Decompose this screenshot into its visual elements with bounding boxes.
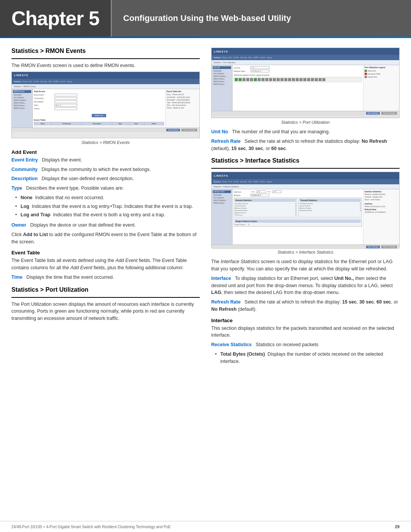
section3-heading: Statistics > Interface Statistics bbox=[211, 157, 400, 164]
type-field: Type Describes the event type. Possible … bbox=[11, 185, 200, 192]
chapter-label: Chapter 5 bbox=[11, 7, 99, 30]
section2-title-bar: Statistics > Port Utilization bbox=[11, 286, 200, 298]
description-term: Description bbox=[11, 176, 38, 181]
type-bullet-none: None Indicates that no event occurred. bbox=[15, 194, 200, 201]
time-term: Time bbox=[11, 275, 22, 280]
refresh-rate-field2: Refresh Rate Select the rate at which to… bbox=[211, 299, 400, 313]
interface-term: Interface bbox=[211, 276, 231, 281]
owner-field: Owner Displays the device or user that d… bbox=[11, 222, 200, 229]
section1-title-bar: Statistics > RMON Events bbox=[11, 48, 200, 59]
type-bullet-log-and-trap: Log and Trap Indicates that the event is… bbox=[15, 211, 200, 219]
port-util-caption: Statistics > Port Utilization bbox=[211, 120, 400, 125]
chapter-label-area: Chapter 5 bbox=[0, 0, 111, 37]
receive-bullets: Total Bytes (Octets) Displays the number… bbox=[211, 351, 400, 365]
header-title-area: Configuration Using the Web-based Utilit… bbox=[111, 0, 411, 37]
total-bytes-bullet: Total Bytes (Octets) Displays the number… bbox=[215, 351, 400, 365]
interface-field: Interface To display statistics for an E… bbox=[211, 275, 400, 296]
main-content: Statistics > RMON Events The RMON Events… bbox=[0, 38, 411, 379]
event-table-heading: Event Table bbox=[11, 250, 200, 256]
community-field: Community Displays the community to whic… bbox=[11, 166, 200, 173]
add-to-list-text: Click Add to List to add the configured … bbox=[11, 231, 200, 246]
section2-intro: The Port Utilization screen displays the… bbox=[11, 301, 200, 322]
receive-stats-term: Receive Statistics bbox=[211, 342, 252, 347]
section3-title-bar: Statistics > Interface Statistics bbox=[211, 157, 400, 169]
port-util-screenshot: LINKSYS Statistics Setup Port VLANs Secu… bbox=[211, 48, 400, 118]
interface-stats-screenshot: LINKSYS Statistics Setup Port VLANs Secu… bbox=[211, 172, 400, 248]
owner-term: Owner bbox=[11, 222, 26, 228]
refresh-rate-term2: Refresh Rate bbox=[211, 299, 241, 305]
unit-no-field: Unit No The number of the unit that you … bbox=[211, 128, 400, 136]
interface-subsection-heading: Interface bbox=[211, 318, 400, 323]
type-bullet-log: Log Indicates that the event is a log en… bbox=[15, 203, 200, 210]
right-column: LINKSYS Statistics Setup Port VLANs Secu… bbox=[211, 48, 400, 368]
receive-stats-field: Receive Statistics Statistics on receive… bbox=[211, 341, 400, 348]
add-event-heading: Add Event bbox=[11, 149, 200, 155]
unit-no-term: Unit No bbox=[211, 129, 228, 134]
footer-product-text: 24/48-Port 10/100 + 4-Port Gigabit Smart… bbox=[11, 525, 395, 529]
description-field: Description Displays the user-defined ev… bbox=[11, 175, 200, 182]
event-entry-field: Event Entry Displays the event. bbox=[11, 157, 200, 164]
section1-intro: The RMON Events screen is used to define… bbox=[11, 62, 200, 69]
interface-stats-caption: Statistics > Interface Statistics bbox=[211, 250, 400, 254]
event-entry-term: Event Entry bbox=[11, 157, 38, 163]
page-footer: 24/48-Port 10/100 + 4-Port Gigabit Smart… bbox=[0, 521, 411, 532]
footer-page-number: 29 bbox=[395, 524, 400, 529]
community-term: Community bbox=[11, 167, 38, 172]
event-table-text: The Event Table lists all events defined… bbox=[11, 257, 200, 272]
left-column: Statistics > RMON Events The RMON Events… bbox=[11, 48, 200, 368]
header-title: Configuration Using the Web-based Utilit… bbox=[123, 13, 291, 23]
section2-heading: Statistics > Port Utilization bbox=[11, 286, 200, 293]
time-field: Time Displays the time that the event oc… bbox=[11, 274, 200, 281]
interface-subsection-intro: This section displays statistics for the… bbox=[211, 325, 400, 339]
section1-heading: Statistics > RMON Events bbox=[11, 48, 200, 54]
section3-intro: The Interface Statistics screen is used … bbox=[211, 258, 400, 273]
type-bullets: None Indicates that no event occurred. L… bbox=[11, 194, 200, 219]
refresh-rate-term: Refresh Rate bbox=[211, 139, 241, 144]
rmon-screenshot: LINKSYS Statistics Setup Port VLANs Secu… bbox=[11, 72, 200, 138]
rmon-screenshot-caption: Statistics > RMON Events bbox=[11, 140, 200, 145]
page-header: Chapter 5 Configuration Using the Web-ba… bbox=[0, 0, 411, 37]
refresh-rate-field: Refresh Rate Select the rate at which to… bbox=[211, 138, 400, 152]
type-term: Type bbox=[11, 185, 22, 191]
